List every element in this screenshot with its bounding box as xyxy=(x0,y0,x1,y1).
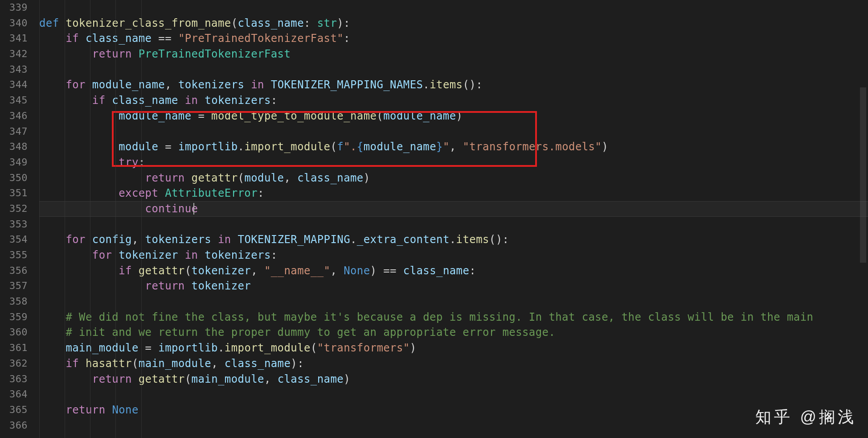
code-line[interactable] xyxy=(39,294,868,310)
active-line-highlight xyxy=(39,201,868,217)
code-token: config xyxy=(92,233,132,246)
code-token: module_name xyxy=(383,110,456,122)
code-token: except xyxy=(119,187,158,199)
code-token: : xyxy=(271,94,278,107)
code-line[interactable]: if getattr(tokenizer, "__name__", None) … xyxy=(39,263,868,279)
code-token: , xyxy=(165,79,178,91)
code-token xyxy=(106,404,112,416)
code-token: None xyxy=(344,264,370,277)
code-content-area[interactable]: def tokenizer_class_from_name(class_name… xyxy=(39,0,868,438)
code-editor[interactable]: 3393403413423433443453463473483493503513… xyxy=(0,0,868,438)
code-token xyxy=(39,342,66,354)
code-token: import_module xyxy=(244,140,330,153)
code-token: : xyxy=(304,17,317,29)
code-line[interactable]: for config, tokenizers in TOKENIZER_MAPP… xyxy=(39,232,868,248)
code-line[interactable]: try: xyxy=(39,155,868,170)
code-line[interactable]: # We did not fine the class, but maybe i… xyxy=(39,310,868,325)
code-token: class_name xyxy=(225,357,291,370)
code-token: . xyxy=(450,233,456,246)
line-number: 343 xyxy=(0,62,28,78)
code-line[interactable]: return PreTrainedTokenizerFast xyxy=(39,46,868,62)
code-line[interactable] xyxy=(39,217,868,232)
code-token xyxy=(39,110,119,122)
code-token xyxy=(185,172,192,184)
code-token: module xyxy=(119,140,158,153)
code-token: ) == xyxy=(370,264,403,277)
code-line[interactable] xyxy=(39,62,868,78)
code-token xyxy=(132,373,139,385)
code-token xyxy=(198,249,205,261)
code-token: module_name xyxy=(364,140,436,153)
code-token: main_module xyxy=(66,342,138,354)
code-token: getattr xyxy=(139,264,185,277)
line-number: 345 xyxy=(0,93,28,108)
code-token xyxy=(39,187,119,199)
code-token: class_name xyxy=(403,264,470,277)
code-line[interactable]: return tokenizer xyxy=(39,278,868,294)
code-token: if xyxy=(92,94,106,107)
code-line[interactable]: return getattr(main_module, class_name) xyxy=(39,372,868,387)
code-line[interactable] xyxy=(39,418,868,434)
code-token: , xyxy=(211,357,225,370)
code-token: , xyxy=(132,233,145,246)
code-token: tokenizers xyxy=(205,94,271,107)
code-token: TOKENIZER_MAPPING xyxy=(238,233,350,246)
code-token: in xyxy=(185,94,198,107)
code-token: in xyxy=(218,233,231,246)
code-line[interactable]: module_name = model_type_to_module_name(… xyxy=(39,108,868,124)
line-number: 361 xyxy=(0,340,28,356)
code-line[interactable]: for module_name, tokenizers in TOKENIZER… xyxy=(39,77,868,93)
code-token: tokenizers xyxy=(178,79,245,91)
code-line[interactable] xyxy=(39,124,868,140)
code-line[interactable]: if class_name in tokenizers: xyxy=(39,93,868,108)
code-token xyxy=(178,94,185,107)
code-token xyxy=(79,357,86,370)
vertical-scrollbar-thumb[interactable] xyxy=(860,87,866,263)
code-line[interactable]: except AttributeError: xyxy=(39,186,868,201)
line-number: 351 xyxy=(0,186,28,201)
code-token: ): xyxy=(291,357,304,370)
code-token: return xyxy=(145,172,185,184)
code-token: hasattr xyxy=(86,357,132,370)
line-number: 363 xyxy=(0,372,28,387)
code-token: class_name xyxy=(86,32,152,45)
code-token xyxy=(39,233,66,246)
code-token: = xyxy=(192,110,212,122)
code-line[interactable]: for tokenizer in tokenizers: xyxy=(39,248,868,263)
code-token: module xyxy=(244,172,284,184)
code-token: , xyxy=(251,264,264,277)
code-token: None xyxy=(112,404,138,416)
code-token xyxy=(86,79,92,91)
code-token xyxy=(132,264,139,277)
code-line[interactable] xyxy=(39,387,868,402)
code-line[interactable]: return None xyxy=(39,402,868,418)
code-token xyxy=(231,233,238,246)
code-token xyxy=(132,48,139,60)
code-token: ) xyxy=(456,110,463,122)
line-number: 348 xyxy=(0,139,28,155)
code-line[interactable]: module = importlib.import_module(f".{mod… xyxy=(39,139,868,155)
code-line[interactable]: if hasattr(main_module, class_name): xyxy=(39,356,868,372)
code-line[interactable] xyxy=(39,0,868,16)
code-token xyxy=(39,79,66,91)
code-token: for xyxy=(66,233,86,246)
code-line[interactable]: if class_name == "PreTrainedTokenizerFas… xyxy=(39,31,868,46)
code-line[interactable]: # init and we return the proper dummy to… xyxy=(39,325,868,340)
line-number: 364 xyxy=(0,387,28,402)
code-line[interactable]: main_module = importlib.import_module("t… xyxy=(39,340,868,356)
code-line[interactable]: return getattr(module, class_name) xyxy=(39,170,868,186)
code-token: (): xyxy=(489,233,509,246)
code-token xyxy=(39,94,92,107)
indent-guide xyxy=(141,0,142,438)
code-token xyxy=(39,172,145,184)
line-number: 339 xyxy=(0,0,28,16)
code-token xyxy=(39,32,66,45)
code-token: , xyxy=(450,140,463,153)
vertical-scrollbar[interactable] xyxy=(860,0,866,438)
code-token: ): xyxy=(337,17,350,29)
code-line[interactable]: def tokenizer_class_from_name(class_name… xyxy=(39,16,868,31)
code-token: for xyxy=(92,249,112,261)
code-token: ( xyxy=(238,172,245,184)
code-token: _extra_content xyxy=(357,233,450,246)
code-token xyxy=(39,140,119,153)
